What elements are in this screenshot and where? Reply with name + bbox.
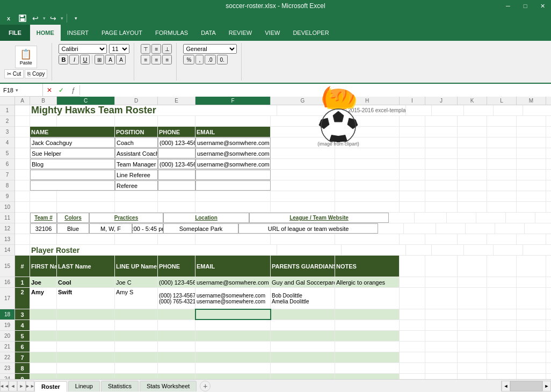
- cell-D15-lineup[interactable]: LINE UP Name: [115, 256, 158, 277]
- cell-I18[interactable]: [400, 309, 425, 320]
- cell-G12-website[interactable]: URL of league or team website: [238, 223, 378, 234]
- cell-J5[interactable]: [425, 148, 458, 158]
- restore-button[interactable]: □: [517, 0, 534, 12]
- cell-L20[interactable]: [487, 331, 517, 341]
- cell-L10[interactable]: [487, 202, 517, 212]
- cell-J8[interactable]: [425, 180, 458, 191]
- cell-F17-email[interactable]: username@somewhere.com username@somewher…: [195, 288, 271, 309]
- cell-K1[interactable]: [464, 105, 494, 115]
- cell-M16[interactable]: [517, 277, 546, 287]
- cell-E6-phone[interactable]: (000) 123-4567: [158, 159, 195, 169]
- cell-A13[interactable]: [15, 234, 30, 244]
- save-button[interactable]: [17, 13, 28, 24]
- cell-B16-first[interactable]: Joe: [30, 277, 57, 287]
- cell-J3[interactable]: [425, 127, 458, 137]
- cell-K12[interactable]: [436, 223, 466, 234]
- cell-B19[interactable]: [30, 320, 57, 330]
- cell-B17-first[interactable]: Amy: [30, 288, 57, 309]
- cell-D2[interactable]: [115, 116, 158, 126]
- cell-H2[interactable]: [335, 116, 400, 126]
- cell-F24[interactable]: [195, 374, 271, 379]
- cell-G13[interactable]: [271, 234, 335, 244]
- cell-B22[interactable]: [30, 352, 57, 362]
- cell-C16-last[interactable]: Cool: [57, 277, 115, 287]
- cell-B1[interactable]: Mighty Hawks Team Roster: [30, 105, 277, 115]
- cell-A18-num[interactable]: 3: [15, 309, 30, 320]
- copy-button[interactable]: ⎘ Copy: [25, 69, 47, 78]
- cell-I6[interactable]: [400, 159, 425, 169]
- cell-A7[interactable]: [15, 170, 30, 180]
- cell-E24[interactable]: [158, 374, 195, 379]
- cell-I12[interactable]: [378, 223, 404, 234]
- cell-F10[interactable]: [195, 202, 271, 212]
- cell-H20[interactable]: [335, 331, 400, 341]
- cell-L14[interactable]: [494, 245, 523, 255]
- cell-C13[interactable]: [57, 234, 115, 244]
- cell-M3[interactable]: [517, 127, 546, 137]
- cell-F20[interactable]: [195, 331, 271, 341]
- cell-B14-section[interactable]: Player Roster: [30, 245, 277, 255]
- cell-G14[interactable]: [277, 245, 342, 255]
- cell-M18[interactable]: [517, 309, 546, 320]
- scroll-left-button[interactable]: ◄: [502, 381, 510, 391]
- cell-J4[interactable]: [425, 137, 458, 148]
- cell-B18[interactable]: [30, 309, 57, 320]
- cell-G17-parents[interactable]: Bob Doolittle Amelia Doolittle: [271, 288, 335, 309]
- cell-A21-num[interactable]: 6: [15, 342, 30, 352]
- cell-H3[interactable]: [335, 127, 400, 137]
- cell-J15[interactable]: [425, 256, 458, 277]
- cell-E20[interactable]: [158, 331, 195, 341]
- cell-C24[interactable]: [57, 374, 115, 379]
- cell-E15-phone[interactable]: PHONE: [158, 256, 195, 277]
- cell-C23[interactable]: [57, 363, 115, 373]
- cell-C18[interactable]: [57, 309, 115, 320]
- cell-A11[interactable]: [15, 213, 30, 223]
- cell-K13[interactable]: [458, 234, 487, 244]
- cell-D8-position[interactable]: Referee: [115, 180, 158, 191]
- cell-F3-header-email[interactable]: EMAIL: [195, 127, 271, 137]
- cell-G1[interactable]: [277, 105, 342, 115]
- cell-L23[interactable]: [487, 363, 517, 373]
- cell-M20[interactable]: [517, 331, 546, 341]
- cell-I14[interactable]: [406, 245, 432, 255]
- cell-F11-website[interactable]: League / Team Website: [249, 213, 389, 223]
- align-middle-button[interactable]: ≡: [151, 44, 161, 54]
- cell-B20[interactable]: [30, 331, 57, 341]
- cell-E7-phone[interactable]: [158, 170, 195, 180]
- add-sheet-button[interactable]: +: [200, 381, 211, 391]
- cell-J16[interactable]: [425, 277, 458, 287]
- cell-F13[interactable]: [195, 234, 271, 244]
- cell-I20[interactable]: [400, 331, 425, 341]
- cell-L2[interactable]: [487, 116, 517, 126]
- tab-review[interactable]: REVIEW: [222, 25, 258, 41]
- cell-L9[interactable]: [487, 191, 517, 201]
- cell-G23[interactable]: [271, 363, 335, 373]
- cell-L8[interactable]: [487, 180, 517, 191]
- cell-M2[interactable]: [517, 116, 546, 126]
- cell-A10[interactable]: [15, 202, 30, 212]
- cell-G6[interactable]: [271, 159, 335, 169]
- cell-L16[interactable]: [487, 277, 517, 287]
- cell-J2[interactable]: [425, 116, 458, 126]
- cell-H22[interactable]: [335, 352, 400, 362]
- cell-B7-name[interactable]: [30, 170, 115, 180]
- cell-J21[interactable]: [425, 342, 458, 352]
- cell-L21[interactable]: [487, 342, 517, 352]
- cell-J6[interactable]: [425, 159, 458, 169]
- cell-K24[interactable]: [458, 374, 487, 379]
- cell-B8-name[interactable]: [30, 180, 115, 191]
- cell-D5-position[interactable]: Assistant Coach: [115, 148, 158, 158]
- cell-L12[interactable]: [466, 223, 495, 234]
- cell-L24[interactable]: [487, 374, 517, 379]
- cell-K11[interactable]: [447, 213, 476, 223]
- cell-B11-team[interactable]: Team #: [30, 213, 57, 223]
- cell-M10[interactable]: [517, 202, 546, 212]
- cell-M21[interactable]: [517, 342, 546, 352]
- cell-K14[interactable]: [464, 245, 494, 255]
- cell-M14[interactable]: [523, 245, 551, 255]
- cell-I7[interactable]: [400, 170, 425, 180]
- sheet-tab-statistics[interactable]: Statistics: [101, 381, 139, 391]
- close-button[interactable]: ✕: [534, 0, 551, 12]
- font-color-button[interactable]: A: [116, 55, 126, 64]
- cell-H7[interactable]: [335, 170, 400, 180]
